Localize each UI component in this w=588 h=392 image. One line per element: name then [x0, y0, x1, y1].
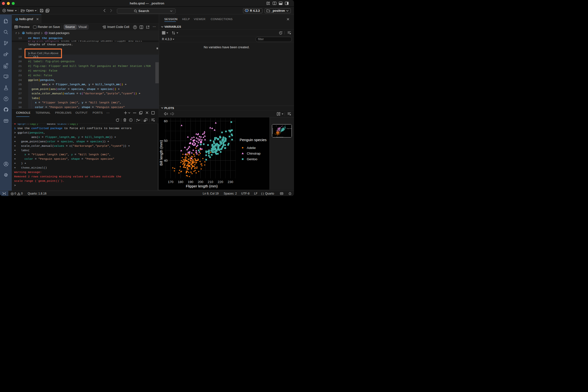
svg-text:Gentoo: Gentoo [247, 157, 258, 161]
svg-text:Flipper length (mm): Flipper length (mm) [186, 184, 218, 188]
svg-text:190: 190 [188, 180, 194, 184]
svg-text:c: c [136, 120, 137, 122]
svg-text:50: 50 [164, 139, 168, 142]
svg-text:230: 230 [228, 180, 233, 184]
svg-text:40: 40 [164, 159, 168, 162]
svg-text:Bill length (mm): Bill length (mm) [159, 140, 163, 166]
svg-text:210: 210 [208, 180, 214, 184]
svg-text:ab: ab [136, 118, 138, 120]
svg-text:Adelie: Adelie [247, 146, 256, 150]
svg-text:Bill length (mm): Bill length (mm) [272, 128, 273, 134]
svg-text:220: 220 [218, 180, 224, 184]
svg-text:Flipper length (mm): Flipper length (mm) [276, 137, 283, 138]
svg-text:R: R [246, 9, 248, 12]
svg-text:170: 170 [168, 180, 174, 184]
svg-text:Penguin species: Penguin species [287, 128, 292, 129]
svg-text:Chinstrap: Chinstrap [247, 152, 261, 155]
svg-text:60: 60 [164, 119, 168, 123]
svg-text:180: 180 [178, 180, 184, 184]
svg-text:Penguin species: Penguin species [240, 138, 266, 142]
svg-text:200: 200 [198, 180, 203, 184]
